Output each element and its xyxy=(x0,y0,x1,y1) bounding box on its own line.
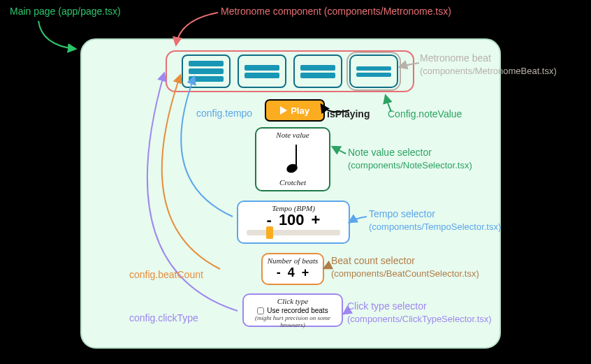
annot-beatcount-l2: (components/BeatCountSelector.tsx) xyxy=(331,268,479,279)
annot-tempo-l1: Tempo selector xyxy=(369,208,435,219)
annot-tempo-l2: (components/TempoSelector.tsx) xyxy=(369,221,501,232)
annot-metronome-beat-l2: (components/MetronomeBeat.tsx) xyxy=(420,66,557,76)
beat-count-decrement[interactable]: - xyxy=(277,266,281,279)
tempo-selector: Tempo (BPM) - 100 + xyxy=(237,201,350,244)
main-page-panel: Play Note value Crotchet Tempo (BPM) - 1… xyxy=(80,38,501,349)
click-type-title: Click type xyxy=(244,297,342,305)
annot-config-clicktype: config.clickType xyxy=(129,312,198,323)
metronome-beat-1[interactable] xyxy=(182,54,231,88)
beat-count-selector: Number of beats - 4 + xyxy=(261,253,324,285)
tempo-value: 100 xyxy=(279,212,305,228)
click-type-checkbox[interactable] xyxy=(257,307,264,314)
annot-metronome-beat-l1: Metronome beat xyxy=(420,52,491,64)
annot-config-beatcount: config.beatCount xyxy=(129,269,203,280)
metronome-beat-2[interactable] xyxy=(238,54,286,88)
note-value-name: Crotchet xyxy=(256,178,329,187)
equals-icon xyxy=(356,61,391,82)
annot-clicktype-l2: (components/ClickTypeSelector.tsx) xyxy=(347,314,492,324)
annot-notevalue-l2: (components/NoteSelector.tsx) xyxy=(348,160,472,170)
annot-config-tempo: config.tempo xyxy=(196,108,252,119)
annot-beatcount-l1: Beat count selector xyxy=(331,255,415,266)
beat-count-title: Number of beats xyxy=(263,256,323,265)
metronome-beat-row xyxy=(166,50,414,92)
play-icon xyxy=(280,106,287,115)
annot-main-page: Main page (app/page.tsx) xyxy=(10,6,121,17)
beat-count-increment[interactable]: + xyxy=(302,266,309,279)
crotchet-icon xyxy=(256,139,329,178)
play-button-label: Play xyxy=(291,105,309,116)
metronome-beat-4[interactable] xyxy=(349,54,398,88)
annot-isplaying: isPlaying xyxy=(327,108,370,119)
tempo-decrement[interactable]: - xyxy=(267,212,272,228)
hamburger-icon xyxy=(189,61,224,82)
beat-count-value: 4 xyxy=(288,266,295,279)
annot-clicktype-l1: Click type selector xyxy=(347,300,427,312)
play-button[interactable]: Play xyxy=(265,99,325,122)
click-type-selector: Click type Use recorded beats (might hur… xyxy=(242,293,343,327)
annot-config-notevalue: Config.noteValue xyxy=(388,108,462,119)
tempo-increment[interactable]: + xyxy=(312,212,321,228)
note-value-title: Note value xyxy=(256,131,329,139)
click-type-checkbox-label: Use recorded beats xyxy=(267,307,328,314)
note-value-selector[interactable]: Note value Crotchet xyxy=(255,127,330,191)
equals-icon xyxy=(300,61,335,82)
equals-icon xyxy=(245,61,279,82)
metronome-beat-3[interactable] xyxy=(293,54,342,88)
annot-notevalue-l1: Note value selector xyxy=(348,147,432,158)
annot-metronome-component: Metronome component (components/Metronom… xyxy=(221,6,451,17)
click-type-hint: (might hurt precision on some browsers) xyxy=(244,314,342,328)
tempo-slider[interactable] xyxy=(247,230,340,235)
tempo-slider-thumb[interactable] xyxy=(266,226,273,239)
